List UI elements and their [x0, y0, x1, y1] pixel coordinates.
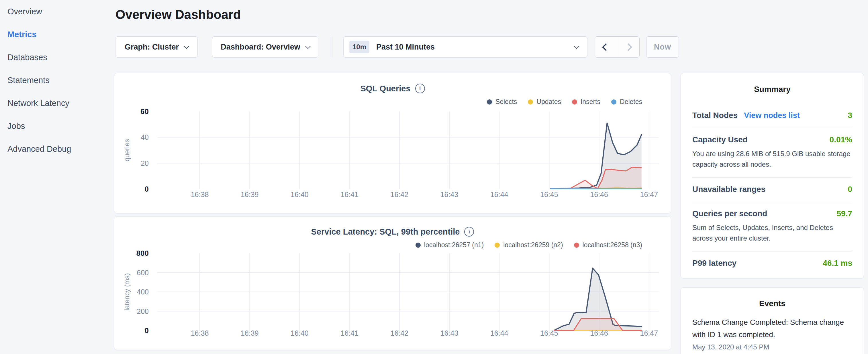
events-title: Events: [681, 288, 864, 308]
svg-text:16:38: 16:38: [191, 329, 209, 337]
summary-row-head: P99 latency46.1 ms: [692, 259, 852, 268]
chart-canvas[interactable]: 020040060080016:3816:3916:4016:4116:4216…: [114, 217, 672, 350]
svg-text:16:41: 16:41: [340, 329, 359, 337]
next-time-button[interactable]: [617, 37, 639, 57]
legend-dot-icon: [572, 99, 577, 104]
svg-text:16:40: 16:40: [290, 329, 309, 337]
svg-text:60: 60: [141, 107, 149, 116]
legend-label: localhost:26257 (n1): [424, 241, 484, 249]
chevron-down-icon: [305, 43, 310, 49]
time-window-badge: 10m: [349, 41, 369, 53]
svg-text:16:46: 16:46: [590, 190, 608, 198]
summary-panel: Summary Total NodesView nodes list3Capac…: [681, 73, 864, 279]
summary-row: Queries per second59.7Sum of Selects, Up…: [692, 202, 852, 252]
now-button[interactable]: Now: [646, 36, 679, 58]
chevron-down-icon: [574, 43, 579, 49]
svg-text:16:45: 16:45: [540, 190, 558, 198]
legend-label: Updates: [536, 98, 561, 106]
time-window-label: Past 10 Minutes: [376, 43, 575, 52]
svg-text:16:46: 16:46: [590, 329, 608, 337]
summary-row-value: 3: [848, 111, 852, 120]
summary-row-head: Queries per second59.7: [692, 209, 852, 218]
prev-time-button[interactable]: [595, 37, 617, 57]
sidebar-item-overview[interactable]: Overview: [7, 0, 112, 23]
chevron-left-icon: [602, 43, 610, 51]
summary-row-value: 0.01%: [830, 135, 852, 144]
svg-text:16:45: 16:45: [540, 329, 558, 337]
summary-row-head: Capacity Used0.01%: [692, 135, 852, 144]
legend-dot-icon: [611, 99, 616, 104]
chart-canvas[interactable]: 020406016:3816:3916:4016:4116:4216:4316:…: [114, 73, 672, 214]
svg-text:600: 600: [137, 269, 149, 277]
summary-row-value: 0: [848, 185, 852, 194]
summary-row-head: Total NodesView nodes list3: [692, 111, 852, 120]
service-latency-chart-card: 020040060080016:3816:3916:4016:4116:4216…: [114, 216, 671, 350]
chevron-down-icon: [184, 43, 189, 49]
summary-row: Total NodesView nodes list3: [692, 104, 852, 128]
svg-text:0: 0: [145, 185, 149, 193]
svg-text:16:38: 16:38: [191, 190, 209, 198]
dashboard-label: Dashboard: Overview: [221, 43, 300, 52]
svg-text:40: 40: [141, 133, 149, 141]
summary-row: Unavailable ranges0: [692, 178, 852, 202]
svg-text:latency (ms): latency (ms): [123, 273, 131, 311]
time-range-dropdown[interactable]: 10m Past 10 Minutes: [343, 36, 587, 58]
chevron-right-icon: [624, 43, 632, 51]
summary-title: Summary: [681, 73, 864, 94]
svg-text:20: 20: [141, 159, 149, 167]
chart-legend: SelectsUpdatesInsertsDeletes: [487, 98, 642, 106]
legend-item: Selects: [487, 98, 517, 106]
events-panel: Events Schema Change Completed: Schema c…: [681, 287, 864, 354]
sidebar-item-advanced-debug[interactable]: Advanced Debug: [7, 137, 112, 160]
sidebar-item-jobs[interactable]: Jobs: [7, 115, 112, 137]
svg-text:400: 400: [137, 288, 149, 296]
sidebar-item-metrics[interactable]: Metrics: [7, 23, 112, 46]
sidebar-item-network-latency[interactable]: Network Latency: [7, 92, 112, 115]
summary-row: Capacity Used0.01%You are using 28.6 MiB…: [692, 128, 852, 178]
sidebar-item-databases[interactable]: Databases: [7, 46, 112, 69]
svg-text:16:41: 16:41: [340, 190, 359, 198]
chart-legend: localhost:26257 (n1)localhost:26259 (n2)…: [415, 241, 642, 249]
legend-item: Inserts: [572, 98, 600, 106]
summary-row-description: You are using 28.6 MiB of 515.9 GiB usab…: [692, 148, 852, 169]
legend-dot-icon: [574, 243, 579, 248]
svg-text:16:42: 16:42: [391, 190, 409, 198]
db-console-page: OverviewMetricsDatabasesStatementsNetwor…: [0, 0, 868, 354]
summary-row-label: Unavailable ranges: [692, 185, 766, 194]
legend-label: Inserts: [581, 98, 600, 106]
legend-label: Deletes: [620, 98, 642, 106]
summary-row-label: P99 latency: [692, 259, 737, 268]
svg-text:16:43: 16:43: [440, 190, 459, 198]
chart-title: SQL Queries i: [114, 84, 671, 93]
summary-row: P99 latency46.1 ms: [692, 252, 852, 276]
sql-queries-chart-card: 020406016:3816:3916:4016:4116:4216:4316:…: [114, 73, 671, 213]
view-nodes-link[interactable]: View nodes list: [744, 111, 800, 120]
sidebar-list: OverviewMetricsDatabasesStatementsNetwor…: [0, 0, 112, 160]
svg-text:16:39: 16:39: [241, 190, 259, 198]
summary-body: Total NodesView nodes list3Capacity Used…: [681, 104, 864, 276]
legend-label: localhost:26258 (n3): [583, 241, 642, 249]
info-icon[interactable]: i: [464, 227, 474, 236]
summary-row-value: 59.7: [837, 209, 852, 218]
info-icon[interactable]: i: [415, 84, 425, 93]
legend-item: localhost:26259 (n2): [495, 241, 563, 249]
svg-text:200: 200: [137, 307, 149, 315]
legend-label: Selects: [495, 98, 517, 106]
dashboard-dropdown[interactable]: Dashboard: Overview: [212, 36, 318, 58]
chart-title-text: Service Latency: SQL, 99th percentile: [311, 227, 460, 236]
summary-row-label: Total Nodes: [692, 111, 738, 120]
svg-text:16:40: 16:40: [290, 190, 309, 198]
chart-title: Service Latency: SQL, 99th percentile i: [114, 227, 671, 236]
svg-text:16:43: 16:43: [440, 329, 459, 337]
legend-item: localhost:26258 (n3): [574, 241, 642, 249]
legend-dot-icon: [487, 99, 492, 104]
controls-row: Graph: Cluster Dashboard: Overview 10m P…: [115, 36, 683, 58]
sidebar-item-statements[interactable]: Statements: [7, 69, 112, 92]
graph-scope-dropdown[interactable]: Graph: Cluster: [115, 36, 198, 58]
svg-text:16:44: 16:44: [490, 329, 508, 337]
legend-label: localhost:26259 (n2): [503, 241, 563, 249]
summary-row-value: 46.1 ms: [823, 259, 852, 268]
legend-item: localhost:26257 (n1): [415, 241, 484, 249]
svg-text:0: 0: [145, 326, 149, 335]
legend-dot-icon: [495, 243, 500, 248]
